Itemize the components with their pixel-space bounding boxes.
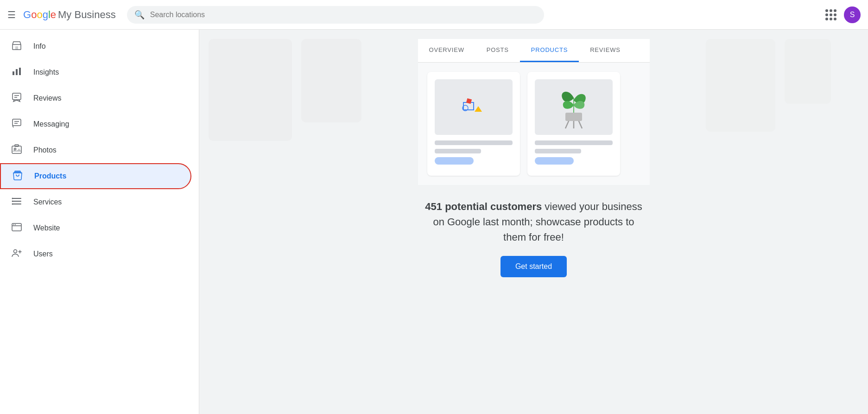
svg-line-33 — [578, 120, 582, 128]
sidebar-item-info[interactable]: Info — [0, 33, 191, 59]
sidebar-item-services[interactable]: Services — [0, 189, 191, 215]
tab-reviews[interactable]: REVIEWS — [579, 39, 632, 62]
svg-rect-8 — [13, 119, 21, 126]
description-area: 451 potential customers viewed your busi… — [413, 185, 654, 287]
svg-rect-5 — [13, 93, 21, 100]
svg-rect-3 — [16, 69, 18, 75]
grid-dot — [834, 13, 836, 16]
sidebar-label-messaging: Messaging — [33, 120, 69, 128]
svg-point-24 — [15, 224, 16, 225]
product-line-1b — [435, 149, 482, 153]
plant-svg — [555, 84, 592, 130]
grid-dot — [825, 18, 828, 20]
users-icon — [11, 248, 22, 261]
sidebar-label-reviews: Reviews — [33, 94, 61, 102]
sidebar-label-services: Services — [33, 198, 62, 206]
svg-point-18 — [12, 197, 13, 199]
svg-rect-2 — [13, 71, 14, 75]
get-started-button[interactable]: Get started — [501, 256, 567, 277]
main-content: OVERVIEW POSTS PRODUCTS REVIEWS — [199, 30, 868, 414]
sidebar-item-photos[interactable]: Photos — [0, 137, 191, 163]
product-card-image-2 — [535, 79, 613, 135]
logo-g2: g — [43, 9, 48, 21]
website-icon — [11, 222, 22, 235]
insights-icon — [11, 66, 22, 79]
search-icon: 🔍 — [134, 10, 145, 20]
header-right: S — [825, 6, 861, 23]
tab-posts[interactable]: POSTS — [475, 39, 520, 62]
store-icon — [11, 40, 22, 53]
logo-g: G — [23, 9, 31, 21]
product-card-2 — [527, 72, 620, 176]
sidebar-label-photos: Photos — [33, 146, 57, 154]
svg-line-32 — [565, 120, 569, 128]
grid-dot — [834, 9, 836, 12]
reviews-icon — [11, 92, 22, 105]
svg-point-20 — [12, 203, 13, 204]
sidebar-label-website: Website — [33, 224, 60, 232]
product-card-1 — [427, 72, 520, 176]
sidebar-label-info: Info — [33, 42, 46, 51]
svg-point-23 — [13, 224, 14, 225]
sidebar-item-website[interactable]: Website — [0, 215, 191, 241]
sidebar-item-users[interactable]: Users — [0, 241, 191, 267]
logo-e: e — [51, 9, 56, 21]
product-line-2b — [535, 149, 582, 153]
svg-rect-28 — [462, 96, 483, 116]
grid-dot — [825, 13, 828, 16]
svg-rect-35 — [565, 113, 582, 121]
logo-rest-text: My Business — [58, 9, 116, 21]
sidebar-item-messaging[interactable]: Messaging — [0, 111, 191, 137]
product-card-image-1 — [435, 79, 513, 135]
photos-icon — [11, 144, 22, 157]
sidebar-label-insights: Insights — [33, 68, 59, 76]
sidebar-label-users: Users — [33, 250, 53, 258]
svg-rect-1 — [15, 46, 18, 50]
search-input[interactable] — [150, 11, 537, 19]
description-text: 451 potential customers viewed your busi… — [423, 199, 645, 245]
sidebar-item-insights[interactable]: Insights — [0, 59, 191, 85]
svg-rect-14 — [15, 145, 19, 146]
apps-icon[interactable] — [825, 9, 836, 20]
tab-overview[interactable]: OVERVIEW — [418, 39, 475, 62]
sidebar-item-products[interactable]: Products — [0, 163, 191, 189]
logo: Google My Business — [23, 9, 116, 21]
product-preview — [418, 63, 650, 185]
grid-dot — [834, 18, 836, 20]
services-icon — [11, 196, 22, 209]
layout: Info Insights Rev — [0, 30, 868, 414]
svg-point-25 — [14, 249, 17, 253]
product-btn-2 — [535, 157, 574, 165]
products-icon — [12, 170, 23, 183]
avatar[interactable]: S — [844, 6, 861, 23]
google-logo-text: Google — [23, 9, 56, 21]
sidebar-item-reviews[interactable]: Reviews — [0, 85, 191, 111]
grid-dot — [830, 18, 832, 20]
content-wrapper: OVERVIEW POSTS PRODUCTS REVIEWS — [209, 39, 859, 287]
sidebar-label-products: Products — [34, 172, 66, 180]
messaging-icon — [11, 118, 22, 131]
svg-point-13 — [14, 148, 16, 150]
tabs-container: OVERVIEW POSTS PRODUCTS REVIEWS — [418, 39, 650, 63]
logo-o2: o — [37, 9, 42, 21]
customers-count: 451 potential customers — [425, 201, 542, 212]
sidebar: Info Insights Rev — [0, 30, 199, 414]
product-line-2a — [535, 140, 613, 145]
svg-point-19 — [12, 200, 13, 202]
art-svg — [455, 89, 492, 126]
search-bar[interactable]: 🔍 — [127, 6, 544, 24]
product-btn-1 — [435, 157, 474, 165]
product-line-1a — [435, 140, 513, 145]
grid-dot — [825, 9, 828, 12]
tab-products[interactable]: PRODUCTS — [520, 39, 579, 62]
header: ☰ Google My Business 🔍 S — [0, 0, 868, 30]
grid-dot — [830, 9, 832, 12]
preview-area: OVERVIEW POSTS PRODUCTS REVIEWS — [199, 30, 868, 414]
logo-o1: o — [31, 9, 37, 21]
menu-icon[interactable]: ☰ — [7, 9, 16, 20]
grid-dot — [830, 13, 832, 16]
svg-rect-4 — [19, 68, 21, 75]
